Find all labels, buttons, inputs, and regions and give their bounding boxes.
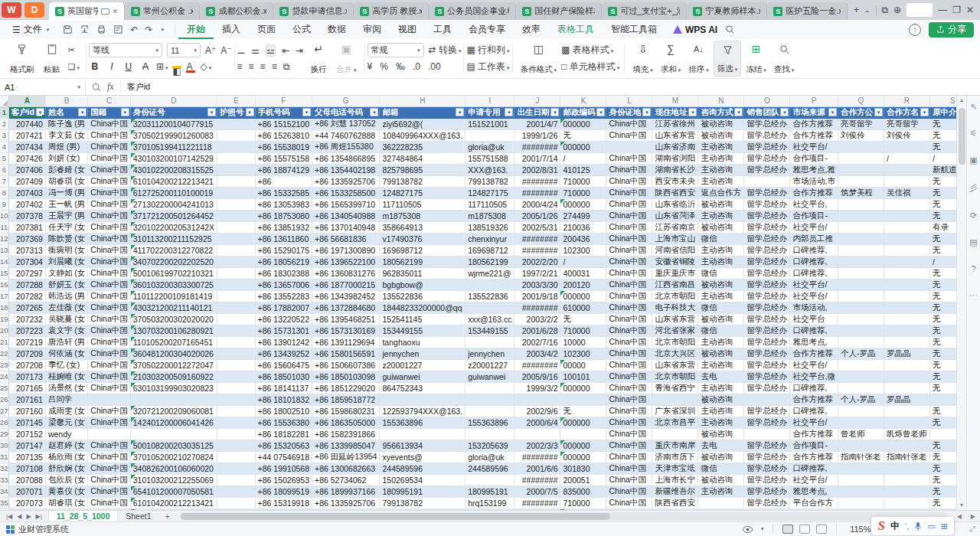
cell[interactable]: 天津市宝坻	[652, 462, 698, 474]
cell[interactable]: 200120	[560, 279, 606, 290]
cell[interactable]: 32010220020531242X	[130, 221, 217, 233]
cell[interactable]: +86 18141137	[255, 382, 312, 394]
cell[interactable]: 207426	[8, 152, 45, 164]
cell[interactable]	[884, 141, 929, 152]
filter-icon[interactable]: ▼	[302, 108, 311, 116]
cell[interactable]: 207288	[8, 279, 45, 290]
cell[interactable]: 500108200203035125	[130, 440, 217, 451]
cell[interactable]: +86 1580841999	[312, 508, 380, 510]
cell[interactable]	[744, 394, 790, 405]
help-icon[interactable]: ?	[971, 264, 975, 273]
cell[interactable]: 留学总经办	[744, 221, 790, 233]
row-number[interactable]: 10	[0, 210, 8, 221]
cell[interactable]: China中国	[606, 440, 652, 451]
column-header-I[interactable]: I	[466, 96, 514, 106]
column-header-Q[interactable]: Q	[838, 96, 884, 106]
cell[interactable]: 1999/1/26	[514, 129, 560, 141]
cell[interactable]	[884, 210, 929, 221]
number-symbol-button[interactable]: %	[380, 61, 388, 72]
search-icon[interactable]	[725, 25, 735, 34]
cell[interactable]: 155363896	[466, 417, 514, 428]
ime-toolbox-icon[interactable]: ⊞	[941, 521, 948, 531]
cell[interactable]: +86 1372884680	[312, 302, 380, 313]
filter-icon[interactable]: ▼	[780, 108, 789, 116]
cell[interactable]: 207369	[8, 233, 45, 244]
distribute-icon[interactable]: ⧉	[283, 61, 290, 72]
cell[interactable]: China中国	[88, 152, 130, 164]
cell[interactable]: +86 1335925706	[312, 175, 380, 187]
scroll-left-icon[interactable]: ◀	[952, 513, 966, 520]
formula-input[interactable]: 客户id	[121, 79, 157, 95]
format-painter-button[interactable]: 格式刷	[7, 41, 38, 77]
cell[interactable]: 口碑推荐,	[790, 244, 838, 256]
cell[interactable]	[88, 428, 130, 440]
cell[interactable]: 胡睿琪 (女	[45, 497, 87, 508]
cell[interactable]: 亮哥留学	[884, 118, 929, 129]
cell[interactable]: 117110505	[380, 198, 466, 210]
cell[interactable]: 124827175	[466, 187, 514, 198]
cell[interactable]: China中国	[88, 359, 130, 371]
cell[interactable]: China中国	[88, 485, 130, 497]
expand-icon[interactable]: ⤢	[969, 525, 975, 534]
cell[interactable]: 200051	[560, 474, 606, 485]
docer-logo[interactable]: D	[24, 2, 44, 18]
cell[interactable]: 430321200211140121	[130, 302, 217, 313]
row-number[interactable]: 27	[0, 405, 8, 417]
file-tab[interactable]: S医护五险一金.xlsx	[767, 2, 848, 20]
cell[interactable]: +86 1396522100	[312, 256, 380, 267]
cell[interactable]: 362228235	[380, 141, 466, 152]
filter-icon[interactable]: ▼	[370, 108, 378, 116]
wps-logo[interactable]: W	[2, 2, 21, 18]
cell[interactable]: 301830	[560, 462, 606, 474]
cell[interactable]: +86 13611860	[255, 233, 312, 244]
cell[interactable]: 包欣辰 (女	[45, 474, 87, 485]
cell[interactable]: 社交平台/	[790, 221, 838, 233]
cell[interactable]	[466, 474, 514, 485]
cell[interactable]: z20001227	[380, 359, 466, 371]
scroll-right-icon[interactable]: ▶	[966, 513, 980, 520]
cell[interactable]	[884, 462, 929, 474]
normal-view-button[interactable]	[782, 525, 793, 534]
cell[interactable]: China中国	[606, 290, 652, 302]
cell[interactable]: 韩浩远 (男	[45, 290, 87, 302]
cell[interactable]: 被动咨询	[698, 348, 744, 359]
cell[interactable]	[217, 129, 256, 141]
cell[interactable]: 指南针张老	[838, 451, 884, 462]
cell[interactable]: 2002/3/3	[514, 440, 560, 451]
cell[interactable]: 被动咨询	[698, 508, 744, 510]
cell[interactable]	[466, 428, 514, 440]
cell[interactable]: 口碑推荐,	[790, 405, 838, 417]
cell[interactable]: 吴晓蔓 (女	[45, 313, 87, 325]
underline-button[interactable]: U	[122, 61, 135, 72]
cell[interactable]: China中国	[606, 187, 652, 198]
cell[interactable]: 207406	[8, 164, 45, 175]
cell[interactable]: 207297	[8, 267, 45, 279]
cell[interactable]	[217, 428, 256, 440]
cell[interactable]: 360103200303300725	[130, 279, 217, 290]
cell[interactable]: China中国	[88, 164, 130, 175]
cell[interactable]	[217, 405, 256, 417]
file-tab[interactable]: S贷款申请信息.xlsx	[273, 2, 354, 20]
file-tab[interactable]: S英国留学生✕	[49, 2, 125, 20]
cell[interactable]	[217, 279, 256, 290]
filter-icon[interactable]: ▼	[550, 108, 559, 116]
cell[interactable]: China中国	[606, 302, 652, 313]
cell[interactable]: 陈歆赟 (女	[45, 233, 87, 244]
cell[interactable]: 430103200107142529	[130, 152, 217, 164]
cell[interactable]: 社交平台,	[790, 198, 838, 210]
cell[interactable]: +86 18099519	[255, 485, 312, 497]
cell[interactable]	[217, 118, 256, 129]
cell[interactable]: 王晨宇 (男	[45, 210, 87, 221]
cell[interactable]	[838, 152, 884, 164]
row-number[interactable]: 30	[0, 440, 8, 451]
cell[interactable]: 上海市宝山	[652, 233, 698, 244]
cell[interactable]	[884, 221, 929, 233]
cell[interactable]: China中国	[88, 302, 130, 313]
cell[interactable]	[838, 164, 884, 175]
cell[interactable]	[838, 405, 884, 417]
cell[interactable]: 207282	[8, 290, 45, 302]
cell[interactable]: 122593794XXX@163.	[380, 405, 466, 417]
column-header-F[interactable]: F	[255, 96, 312, 106]
cell[interactable]: 微信	[698, 462, 744, 474]
cell[interactable]: 留学总经办	[744, 440, 790, 451]
